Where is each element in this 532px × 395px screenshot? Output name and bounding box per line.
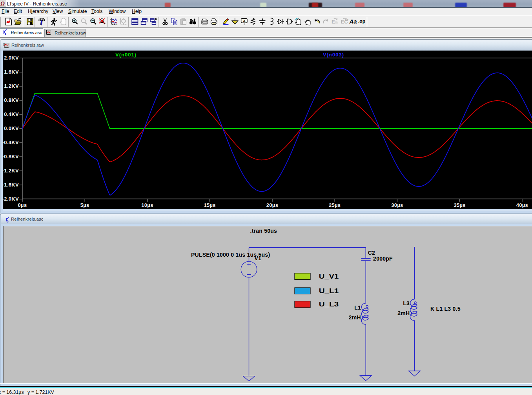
svg-text:-2.0KV: -2.0KV (2, 196, 19, 202)
svg-text:V1: V1 (255, 255, 262, 261)
svg-text:L3: L3 (403, 300, 410, 306)
svg-text:-0.8KV: -0.8KV (2, 154, 19, 159)
svg-text:E: E (332, 19, 335, 25)
svg-text:.op: .op (358, 18, 365, 24)
svg-text:2.0KV: 2.0KV (4, 55, 19, 61)
svg-text:40µs: 40µs (516, 202, 528, 208)
svg-text:10µs: 10µs (141, 202, 153, 208)
svg-text:Aa: Aa (349, 18, 357, 25)
svg-text:V(n001): V(n001) (115, 52, 137, 58)
svg-text:-1.6KV: -1.6KV (2, 182, 19, 188)
svg-text:2mH: 2mH (349, 314, 361, 321)
svg-text:15µs: 15µs (204, 202, 216, 208)
svg-text:L1: L1 (354, 304, 361, 311)
svg-text:2000pF: 2000pF (373, 255, 393, 262)
svg-text:U_V1: U_V1 (319, 273, 339, 280)
svg-text:30µs: 30µs (391, 202, 403, 208)
svg-text:5µs: 5µs (80, 202, 89, 208)
svg-text:C2: C2 (368, 250, 375, 256)
svg-text:0µs: 0µs (18, 202, 27, 208)
svg-text:U_L1: U_L1 (319, 287, 339, 294)
svg-text:2mH: 2mH (397, 310, 410, 316)
svg-text:.tran 50us: .tran 50us (250, 228, 277, 234)
svg-text:35µs: 35µs (454, 202, 466, 208)
svg-text:V(n003): V(n003) (323, 52, 344, 58)
svg-text:U_L3: U_L3 (319, 301, 339, 308)
svg-text:0.0KV: 0.0KV (4, 125, 19, 131)
svg-text:0.4KV: 0.4KV (4, 111, 19, 117)
svg-text:-0.4KV: -0.4KV (2, 140, 19, 145)
svg-text:Ω: Ω (0, 0, 5, 7)
svg-text:1.6KV: 1.6KV (4, 69, 19, 75)
svg-text:25µs: 25µs (329, 202, 341, 208)
svg-text:1.2KV: 1.2KV (4, 83, 19, 89)
svg-text:Ƈ: Ƈ (344, 19, 348, 25)
svg-text:-1.2KV: -1.2KV (2, 168, 19, 174)
svg-text:E: E (341, 19, 344, 25)
svg-text:K L1 L3 0.5: K L1 L3 0.5 (430, 306, 461, 312)
svg-text:0.8KV: 0.8KV (4, 97, 19, 103)
svg-text:A: A (243, 18, 246, 23)
svg-text:20µs: 20µs (266, 202, 278, 208)
